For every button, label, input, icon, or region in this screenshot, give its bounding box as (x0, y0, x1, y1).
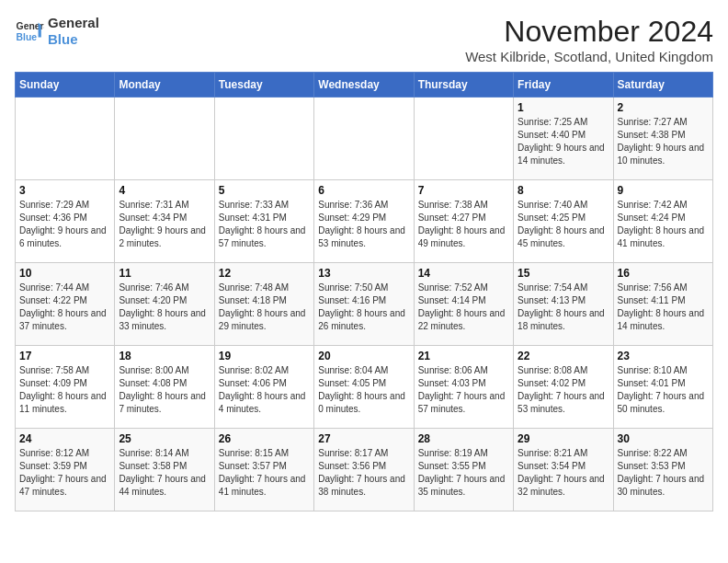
day-info: Sunrise: 7:44 AM Sunset: 4:22 PM Dayligh… (19, 282, 110, 333)
calendar-cell: 5Sunrise: 7:33 AM Sunset: 4:31 PM Daylig… (214, 180, 313, 263)
day-info: Sunrise: 7:46 AM Sunset: 4:20 PM Dayligh… (119, 282, 210, 333)
day-number: 6 (318, 184, 409, 197)
day-number: 27 (318, 432, 409, 445)
day-info: Sunrise: 8:04 AM Sunset: 4:05 PM Dayligh… (318, 364, 409, 416)
day-info: Sunrise: 7:33 AM Sunset: 4:31 PM Dayligh… (219, 199, 310, 250)
weekday-header-wednesday: Wednesday (314, 73, 414, 98)
calendar-cell: 20Sunrise: 8:04 AM Sunset: 4:05 PM Dayli… (314, 346, 414, 429)
calendar-cell (314, 98, 414, 180)
day-info: Sunrise: 7:27 AM Sunset: 4:38 PM Dayligh… (618, 116, 709, 167)
day-number: 23 (618, 350, 709, 362)
title-area: November 2024 West Kilbride, Scotland, U… (465, 15, 713, 64)
day-info: Sunrise: 8:10 AM Sunset: 4:01 PM Dayligh… (618, 364, 709, 416)
logo-icon: General Blue (15, 17, 44, 46)
calendar-cell: 4Sunrise: 7:31 AM Sunset: 4:34 PM Daylig… (115, 180, 214, 263)
calendar-cell: 10Sunrise: 7:44 AM Sunset: 4:22 PM Dayli… (16, 263, 115, 346)
day-number: 20 (318, 350, 409, 362)
day-number: 10 (19, 267, 110, 280)
day-info: Sunrise: 8:02 AM Sunset: 4:06 PM Dayligh… (219, 364, 310, 416)
day-number: 7 (418, 184, 509, 197)
day-info: Sunrise: 7:48 AM Sunset: 4:18 PM Dayligh… (219, 282, 310, 333)
calendar-cell: 14Sunrise: 7:52 AM Sunset: 4:14 PM Dayli… (414, 263, 513, 346)
day-number: 30 (618, 432, 709, 445)
calendar-body: 1Sunrise: 7:25 AM Sunset: 4:40 PM Daylig… (16, 98, 713, 511)
calendar-cell (16, 98, 115, 180)
calendar-cell: 12Sunrise: 7:48 AM Sunset: 4:18 PM Dayli… (214, 263, 313, 346)
month-title: November 2024 (465, 15, 713, 49)
day-number: 21 (418, 350, 509, 362)
day-info: Sunrise: 7:36 AM Sunset: 4:29 PM Dayligh… (318, 199, 409, 250)
day-info: Sunrise: 7:40 AM Sunset: 4:25 PM Dayligh… (518, 199, 609, 250)
header: General Blue General Blue November 2024 … (15, 15, 713, 64)
day-info: Sunrise: 7:50 AM Sunset: 4:16 PM Dayligh… (318, 282, 409, 333)
svg-text:Blue: Blue (17, 32, 38, 42)
day-info: Sunrise: 7:54 AM Sunset: 4:13 PM Dayligh… (518, 282, 609, 333)
calendar-cell: 22Sunrise: 8:08 AM Sunset: 4:02 PM Dayli… (514, 346, 613, 429)
calendar-cell: 15Sunrise: 7:54 AM Sunset: 4:13 PM Dayli… (514, 263, 613, 346)
day-info: Sunrise: 7:31 AM Sunset: 4:34 PM Dayligh… (119, 199, 210, 250)
calendar-cell: 13Sunrise: 7:50 AM Sunset: 4:16 PM Dayli… (314, 263, 414, 346)
calendar-week-5: 24Sunrise: 8:12 AM Sunset: 3:59 PM Dayli… (16, 429, 713, 511)
day-number: 26 (219, 432, 310, 445)
calendar-cell: 29Sunrise: 8:21 AM Sunset: 3:54 PM Dayli… (514, 429, 613, 511)
weekday-header-row: SundayMondayTuesdayWednesdayThursdayFrid… (16, 73, 713, 98)
day-info: Sunrise: 7:56 AM Sunset: 4:11 PM Dayligh… (618, 282, 709, 333)
calendar-cell: 24Sunrise: 8:12 AM Sunset: 3:59 PM Dayli… (16, 429, 115, 511)
calendar-cell: 7Sunrise: 7:38 AM Sunset: 4:27 PM Daylig… (414, 180, 513, 263)
day-info: Sunrise: 8:17 AM Sunset: 3:56 PM Dayligh… (318, 447, 409, 499)
calendar-cell: 26Sunrise: 8:15 AM Sunset: 3:57 PM Dayli… (214, 429, 313, 511)
day-info: Sunrise: 7:42 AM Sunset: 4:24 PM Dayligh… (618, 199, 709, 250)
day-info: Sunrise: 8:14 AM Sunset: 3:58 PM Dayligh… (119, 447, 210, 499)
calendar-table: SundayMondayTuesdayWednesdayThursdayFrid… (15, 72, 713, 511)
day-number: 22 (518, 350, 609, 362)
day-info: Sunrise: 7:38 AM Sunset: 4:27 PM Dayligh… (418, 199, 509, 250)
weekday-header-sunday: Sunday (16, 73, 115, 98)
calendar-cell: 8Sunrise: 7:40 AM Sunset: 4:25 PM Daylig… (514, 180, 613, 263)
calendar-cell (115, 98, 214, 180)
day-number: 2 (618, 101, 709, 114)
day-number: 9 (618, 184, 709, 197)
weekday-header-friday: Friday (514, 73, 613, 98)
day-info: Sunrise: 8:19 AM Sunset: 3:55 PM Dayligh… (418, 447, 509, 499)
calendar-cell: 27Sunrise: 8:17 AM Sunset: 3:56 PM Dayli… (314, 429, 414, 511)
day-number: 18 (119, 350, 210, 362)
calendar-cell: 30Sunrise: 8:22 AM Sunset: 3:53 PM Dayli… (613, 429, 712, 511)
day-info: Sunrise: 7:58 AM Sunset: 4:09 PM Dayligh… (19, 364, 110, 416)
calendar-cell: 9Sunrise: 7:42 AM Sunset: 4:24 PM Daylig… (613, 180, 712, 263)
logo-blue-text: Blue (48, 31, 99, 48)
calendar-cell: 3Sunrise: 7:29 AM Sunset: 4:36 PM Daylig… (16, 180, 115, 263)
calendar-cell: 28Sunrise: 8:19 AM Sunset: 3:55 PM Dayli… (414, 429, 513, 511)
day-number: 19 (219, 350, 310, 362)
calendar-cell (214, 98, 313, 180)
day-number: 3 (19, 184, 110, 197)
calendar-cell: 11Sunrise: 7:46 AM Sunset: 4:20 PM Dayli… (115, 263, 214, 346)
day-number: 4 (119, 184, 210, 197)
day-number: 12 (219, 267, 310, 280)
day-number: 25 (119, 432, 210, 445)
day-info: Sunrise: 8:12 AM Sunset: 3:59 PM Dayligh… (19, 447, 110, 499)
day-number: 29 (518, 432, 609, 445)
day-info: Sunrise: 7:25 AM Sunset: 4:40 PM Dayligh… (518, 116, 609, 167)
day-info: Sunrise: 8:15 AM Sunset: 3:57 PM Dayligh… (219, 447, 310, 499)
day-number: 1 (518, 101, 609, 114)
calendar-week-1: 1Sunrise: 7:25 AM Sunset: 4:40 PM Daylig… (16, 98, 713, 180)
day-number: 16 (618, 267, 709, 280)
day-info: Sunrise: 7:52 AM Sunset: 4:14 PM Dayligh… (418, 282, 509, 333)
day-number: 24 (19, 432, 110, 445)
day-number: 8 (518, 184, 609, 197)
calendar-cell: 2Sunrise: 7:27 AM Sunset: 4:38 PM Daylig… (613, 98, 712, 180)
day-info: Sunrise: 8:22 AM Sunset: 3:53 PM Dayligh… (618, 447, 709, 499)
calendar-cell: 23Sunrise: 8:10 AM Sunset: 4:01 PM Dayli… (613, 346, 712, 429)
weekday-header-tuesday: Tuesday (214, 73, 313, 98)
day-number: 17 (19, 350, 110, 362)
day-info: Sunrise: 8:08 AM Sunset: 4:02 PM Dayligh… (518, 364, 609, 416)
calendar-cell: 18Sunrise: 8:00 AM Sunset: 4:08 PM Dayli… (115, 346, 214, 429)
calendar-cell: 17Sunrise: 7:58 AM Sunset: 4:09 PM Dayli… (16, 346, 115, 429)
calendar-cell: 21Sunrise: 8:06 AM Sunset: 4:03 PM Dayli… (414, 346, 513, 429)
location-subtitle: West Kilbride, Scotland, United Kingdom (465, 49, 713, 64)
day-number: 11 (119, 267, 210, 280)
day-number: 15 (518, 267, 609, 280)
weekday-header-saturday: Saturday (613, 73, 712, 98)
day-number: 5 (219, 184, 310, 197)
logo: General Blue General Blue (15, 15, 99, 48)
